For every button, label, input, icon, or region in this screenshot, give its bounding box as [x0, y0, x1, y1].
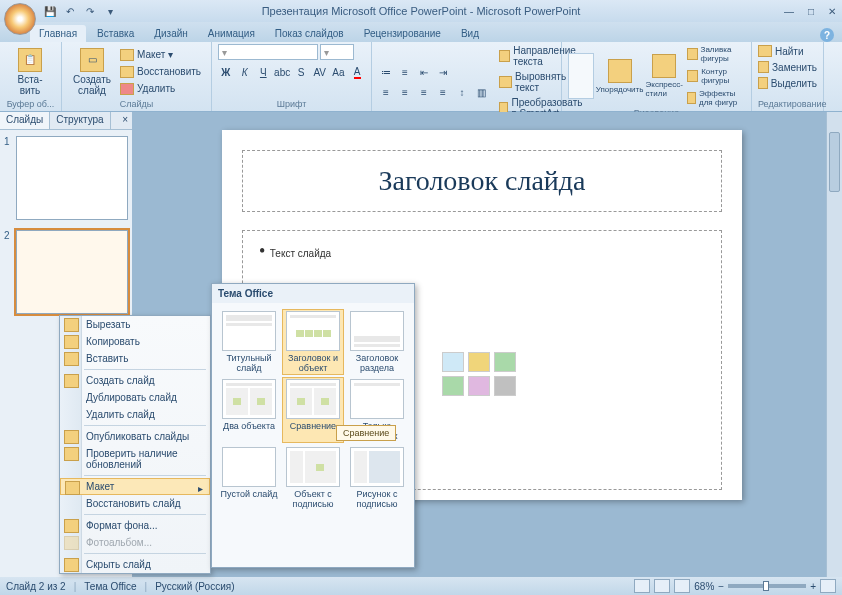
new-slide-button[interactable]: ▭Создать слайд — [68, 45, 116, 99]
ctx-background[interactable]: Формат фона... — [60, 517, 210, 534]
layout-button[interactable]: Макет ▾ — [120, 48, 201, 62]
maximize-icon[interactable]: □ — [808, 6, 814, 17]
replace-button[interactable]: Заменить — [758, 60, 817, 74]
paste-button[interactable]: 📋Вста- вить — [6, 45, 54, 99]
shape-effects-button[interactable]: Эффекты для фигур — [687, 88, 745, 108]
ctx-copy[interactable]: Копировать — [60, 333, 210, 350]
align-right-icon[interactable]: ≡ — [416, 84, 432, 100]
publish-icon — [64, 430, 79, 444]
align-center-icon[interactable]: ≡ — [397, 84, 413, 100]
title-placeholder[interactable]: Заголовок слайда — [242, 150, 722, 212]
qat-redo-icon[interactable]: ↷ — [82, 3, 98, 19]
layout-title-content[interactable]: Заголовок и объект — [282, 309, 344, 375]
spacing-icon[interactable]: AV — [312, 64, 328, 80]
minimize-icon[interactable]: — — [784, 6, 794, 17]
strike-icon[interactable]: abc — [274, 64, 290, 80]
font-color-icon[interactable]: A — [349, 64, 365, 80]
zoom-slider[interactable] — [728, 584, 806, 588]
tab-animation[interactable]: Анимация — [199, 25, 264, 42]
ctx-album: Фотоальбом... — [60, 534, 210, 551]
ctx-new-slide[interactable]: Создать слайд — [60, 372, 210, 389]
case-icon[interactable]: Aa — [331, 64, 347, 80]
outdent-icon[interactable]: ⇤ — [416, 64, 432, 80]
ctx-check-updates[interactable]: Проверить наличие обновлений — [60, 445, 210, 473]
ctx-layout[interactable]: Макет▸ — [60, 478, 210, 495]
zoom-value[interactable]: 68% — [694, 581, 714, 592]
insert-chart-icon[interactable] — [468, 352, 490, 372]
tab-insert[interactable]: Вставка — [88, 25, 143, 42]
shapes-gallery[interactable] — [568, 53, 594, 99]
fit-window-icon[interactable] — [820, 579, 836, 593]
ctx-reset[interactable]: Восстановить слайд — [60, 495, 210, 512]
view-normal-icon[interactable] — [634, 579, 650, 593]
find-button[interactable]: Найти — [758, 44, 817, 58]
select-button[interactable]: Выделить — [758, 76, 817, 90]
vertical-scrollbar[interactable] — [826, 112, 842, 577]
layout-comparison[interactable]: Сравнение — [282, 377, 344, 443]
insert-table-icon[interactable] — [442, 352, 464, 372]
underline-icon[interactable]: Ч — [255, 64, 271, 80]
layout-blank[interactable]: Пустой слайд — [218, 445, 280, 511]
italic-icon[interactable]: К — [237, 64, 253, 80]
delete-slide-button[interactable]: Удалить — [120, 82, 201, 96]
zoom-out-icon[interactable]: − — [718, 581, 724, 592]
reset-button[interactable]: Восстановить — [120, 65, 201, 79]
qat-save-icon[interactable]: 💾 — [42, 3, 58, 19]
view-slideshow-icon[interactable] — [674, 579, 690, 593]
copy-icon — [64, 335, 79, 349]
insert-clipart-icon[interactable] — [468, 376, 490, 396]
ctx-cut[interactable]: Вырезать — [60, 316, 210, 333]
tab-review[interactable]: Рецензирование — [355, 25, 450, 42]
panel-close-icon[interactable]: × — [118, 112, 132, 129]
font-family-select[interactable]: ▾ — [218, 44, 318, 60]
linespacing-icon[interactable]: ↕ — [454, 84, 470, 100]
layout-section-header[interactable]: Заголовок раздела — [346, 309, 408, 375]
layout-two-content[interactable]: Два объекта — [218, 377, 280, 443]
insert-picture-icon[interactable] — [442, 376, 464, 396]
slide-thumb-2[interactable]: 2 — [4, 230, 128, 314]
panel-tab-slides[interactable]: Слайды — [0, 112, 50, 129]
panel-tab-outline[interactable]: Структура — [50, 112, 110, 129]
close-icon[interactable]: ✕ — [828, 6, 836, 17]
tab-view[interactable]: Вид — [452, 25, 488, 42]
qat-customize-icon[interactable]: ▾ — [102, 3, 118, 19]
status-theme: Тема Office — [84, 581, 136, 592]
justify-icon[interactable]: ≡ — [435, 84, 451, 100]
status-language[interactable]: Русский (Россия) — [155, 581, 234, 592]
qat-undo-icon[interactable]: ↶ — [62, 3, 78, 19]
insert-media-icon[interactable] — [494, 376, 516, 396]
align-text-icon — [499, 76, 512, 88]
columns-icon[interactable]: ▥ — [473, 84, 489, 100]
view-sorter-icon[interactable] — [654, 579, 670, 593]
help-icon[interactable]: ? — [820, 28, 834, 42]
ctx-hide[interactable]: Скрыть слайд — [60, 556, 210, 573]
tab-home[interactable]: Главная — [30, 25, 86, 42]
ctx-delete[interactable]: Удалить слайд — [60, 406, 210, 423]
indent-icon[interactable]: ⇥ — [435, 64, 451, 80]
ctx-duplicate[interactable]: Дублировать слайд — [60, 389, 210, 406]
tab-design[interactable]: Дизайн — [145, 25, 197, 42]
quickstyles-button[interactable]: Экспресс-стили — [646, 49, 683, 103]
shape-fill-button[interactable]: Заливка фигуры — [687, 44, 745, 64]
text-direction-icon — [499, 50, 510, 62]
layout-title-slide[interactable]: Титульный слайд — [218, 309, 280, 375]
tab-slideshow[interactable]: Показ слайдов — [266, 25, 353, 42]
shadow-icon[interactable]: S — [293, 64, 309, 80]
layout-tooltip: Сравнение — [336, 425, 396, 441]
office-button[interactable] — [4, 3, 36, 35]
font-size-select[interactable]: ▾ — [320, 44, 354, 60]
ctx-paste[interactable]: Вставить — [60, 350, 210, 367]
layout-content-caption[interactable]: Объект с подписью — [282, 445, 344, 511]
layout-picture-caption[interactable]: Рисунок с подписью — [346, 445, 408, 511]
slide-thumb-1[interactable]: 1 — [4, 136, 128, 220]
bold-icon[interactable]: Ж — [218, 64, 234, 80]
insert-smartart-icon[interactable] — [494, 352, 516, 372]
numbering-icon[interactable]: ≡ — [397, 64, 413, 80]
align-left-icon[interactable]: ≡ — [378, 84, 394, 100]
check-icon — [64, 447, 79, 461]
ctx-publish[interactable]: Опубликовать слайды — [60, 428, 210, 445]
bullets-icon[interactable]: ≔ — [378, 64, 394, 80]
zoom-in-icon[interactable]: + — [810, 581, 816, 592]
arrange-button[interactable]: Упорядочить — [598, 49, 642, 103]
shape-outline-button[interactable]: Контур фигуры — [687, 66, 745, 86]
